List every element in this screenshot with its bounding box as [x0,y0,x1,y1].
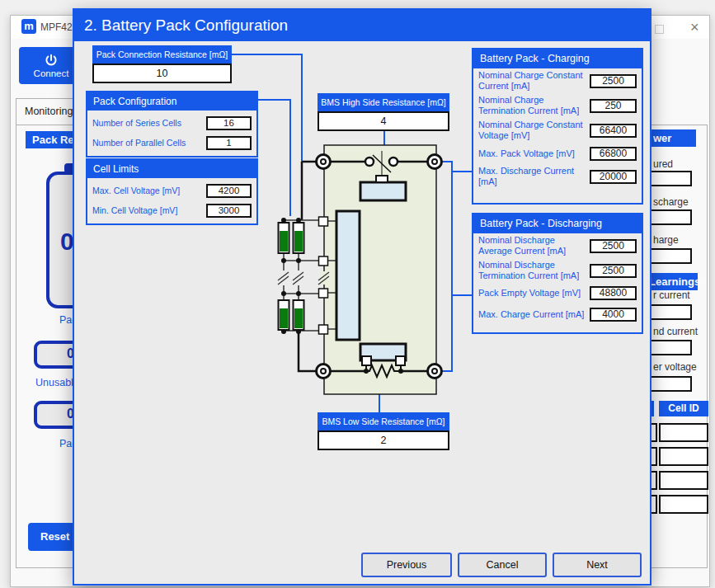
max-discharge-current-input[interactable]: 20000 [590,170,637,184]
battery-pack-charging-panel: Battery Pack - Charging Nominal Charge C… [472,48,643,205]
nominal-charge-termination-current-label: Nominal Charge Termination Current [mA] [478,95,590,116]
param-row: Nominal Charge Termination Current [mA] … [473,93,642,118]
parallel-cells-input[interactable]: 1 [206,136,252,150]
pack-empty-voltage-label: Pack Empty Voltage [mV] [478,288,590,299]
cell-id-column-header: Cell ID [659,401,708,416]
bms-high-side-input[interactable]: 4 [318,111,449,131]
dialog-title: 2. Battery Pack Configuration [74,10,650,41]
param-row: Nominal Discharge Termination Current [m… [473,258,642,283]
fet-component [360,182,406,200]
measured-label: ured [653,158,673,170]
bms-high-side-label: BMS High Side Resistance [mΩ] [318,93,449,111]
cell-limits-panel: Cell Limits Max. Cell Voltage [mV] 4200 … [86,158,258,225]
charge-label: harge [653,234,679,246]
charging-panel-title: Battery Pack - Charging [473,49,642,68]
nominal-charge-termination-current-input[interactable]: 250 [590,99,637,113]
max-cell-voltage-label: Max. Cell Voltage [mV] [92,186,206,195]
nominal-discharge-average-current-label: Nominal Discharge Average Current [mA] [478,235,590,256]
break-marks [277,270,330,285]
nominal-charge-constant-current-label: Nominal Charge Constant Current [mA] [478,70,590,92]
previous-button[interactable]: Previous [361,553,452,577]
param-row: Max. Charge Current [mA] 4000 [473,303,642,327]
maximize-icon[interactable] [655,25,664,34]
cell-limits-title: Cell Limits [87,160,256,178]
power-icon [45,54,58,67]
afe-chip [336,211,360,340]
min-cell-voltage-label: Min. Cell Voltage [mV] [92,205,206,215]
param-row: Max. Discharge Current [mA] 20000 [473,164,642,189]
close-icon[interactable]: × [690,18,699,36]
parallel-cells-label: Number of Parallel Cells [92,138,206,148]
bms-low-side-input[interactable]: 2 [318,430,449,450]
nominal-charge-constant-current-input[interactable]: 2500 [590,74,637,88]
mps-logo-icon: m [21,19,36,34]
pack-empty-voltage-input[interactable]: 48800 [590,286,637,300]
max-charge-current-label: Max. Charge Current [mA] [478,309,590,320]
param-row: Nominal Discharge Average Current [mA] 2… [473,233,642,258]
min-cell-voltage-input[interactable]: 3000 [206,204,252,218]
nominal-discharge-termination-current-label: Nominal Discharge Termination Current [m… [478,260,590,281]
bms-low-side-label: BMS Low Side Resistance [mΩ] [318,412,449,430]
battery-pack-configuration-dialog: 2. Battery Pack Configuration [73,8,651,586]
max-cell-voltage-input[interactable]: 4200 [206,184,252,198]
config-row: Number of Series Cells 16 [92,113,252,133]
series-cells-label: Number of Series Cells [92,118,206,128]
nominal-charge-constant-voltage-input[interactable]: 66400 [590,124,637,138]
config-row: Number of Parallel Cells 1 [92,133,252,153]
pack-configuration-panel: Pack Configuration Number of Series Cell… [86,91,258,158]
param-row: Pack Empty Voltage [mV] 48800 [473,283,642,303]
cell-table-cell[interactable] [659,447,708,466]
connect-button-label: Connect [34,68,69,78]
learnings-section-header-label: Learnings [649,275,700,288]
pack-connection-resistance-input[interactable]: 10 [92,64,232,83]
max-discharge-current-label: Max. Discharge Current [mA] [478,166,590,187]
param-row: Nominal Charge Constant Voltage [mV] 664… [473,118,642,143]
power-section-header-label: wer [653,132,671,144]
pack-configuration-title: Pack Configuration [87,92,256,111]
current2-label: nd current [653,326,698,337]
cell-table-cell[interactable] [659,423,708,442]
max-pack-voltage-label: Max. Pack Voltage [mV] [478,148,590,159]
pack-connection-resistance-label: Pack Connection Resistance [mΩ] [92,45,232,64]
current1-label: r current [653,289,690,301]
nominal-discharge-termination-current-input[interactable]: 2500 [590,264,637,278]
cancel-button[interactable]: Cancel [458,553,547,577]
config-row: Min. Cell Voltage [mV] 3000 [92,200,252,220]
max-pack-voltage-input[interactable]: 66800 [590,147,637,161]
series-cells-input[interactable]: 16 [206,116,252,130]
nominal-charge-constant-voltage-label: Nominal Charge Constant Voltage [mV] [478,120,590,141]
max-charge-current-input[interactable]: 4000 [590,308,637,322]
next-button[interactable]: Next [553,553,642,577]
desktop: { "colors": { "accent_blue": "#1659e8", … [0,0,715,588]
cell-table-cell[interactable] [659,471,708,490]
param-row: Max. Pack Voltage [mV] 66800 [473,143,642,164]
unusable-gauge-label: Unusabl [35,377,73,388]
nominal-discharge-average-current-input[interactable]: 2500 [590,239,637,253]
param-row: Nominal Charge Constant Current [mA] 250… [473,68,642,93]
config-row: Max. Cell Voltage [mV] 4200 [92,181,252,200]
discharging-panel-title: Battery Pack - Discharging [473,214,642,233]
cell-table-cell[interactable] [659,495,708,514]
voltage-label: er voltage [653,361,697,373]
battery-pack-discharging-panel: Battery Pack - Discharging Nominal Disch… [472,213,643,334]
discharge-label: scharge [653,196,689,208]
